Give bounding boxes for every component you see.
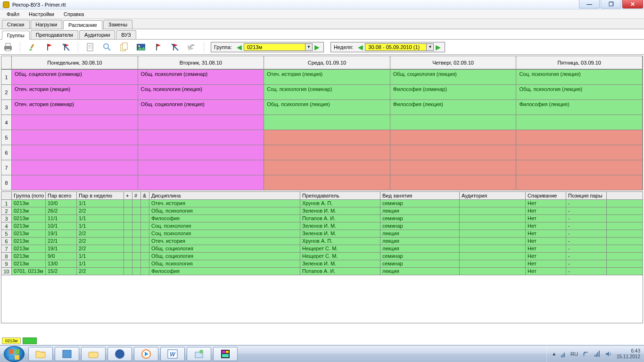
table-cell[interactable]	[124, 230, 132, 237]
next-week-button[interactable]: ▶	[434, 43, 443, 51]
table-cell[interactable]: -	[566, 260, 607, 267]
table-cell[interactable]: Нещерет С. М.	[300, 245, 380, 252]
table-cell[interactable]: Философия	[149, 268, 300, 275]
table-cell[interactable]	[460, 230, 526, 237]
table-cell[interactable]	[124, 260, 132, 267]
table-cell[interactable]	[132, 207, 141, 214]
table-cell[interactable]: Философия	[149, 215, 300, 222]
table-cell[interactable]: -	[566, 215, 607, 222]
table-cell[interactable]	[460, 207, 526, 214]
main-tab[interactable]: Замены	[103, 20, 132, 29]
schedule-cell[interactable]: Общ. социология (лекция)	[390, 69, 517, 84]
schedule-cell[interactable]	[264, 115, 390, 130]
network-icon[interactable]	[594, 351, 601, 357]
table-cell[interactable]: лекция	[380, 238, 460, 245]
main-tab[interactable]: Списки	[2, 20, 30, 29]
schedule-cell[interactable]	[138, 175, 264, 190]
column-header[interactable]: Группа (пото	[12, 192, 46, 199]
task-folder[interactable]	[81, 347, 106, 361]
table-cell[interactable]	[132, 215, 141, 222]
table-cell[interactable]: лекция	[380, 230, 460, 237]
table-cell[interactable]: 10/0	[46, 200, 77, 207]
table-cell[interactable]: 0213м	[12, 230, 46, 237]
table-cell[interactable]: семинар	[380, 222, 460, 230]
schedule-cell[interactable]: Философия (лекция)	[390, 99, 517, 115]
schedule-cell[interactable]	[264, 145, 390, 160]
flag-red2-icon[interactable]	[153, 42, 163, 52]
lang-indicator[interactable]: RU	[570, 351, 578, 357]
tray-up-icon[interactable]: ▲	[552, 351, 556, 356]
table-cell[interactable]: 13/0	[46, 260, 77, 267]
table-cell[interactable]: Хрунов А. П.	[300, 200, 380, 207]
table-cell[interactable]: Общ. социология	[149, 245, 300, 252]
week-dropdown-button[interactable]: ▼	[426, 43, 434, 51]
table-cell[interactable]	[460, 222, 526, 230]
table-cell[interactable]: Нет	[526, 222, 566, 230]
table-cell[interactable]: Нет	[526, 230, 566, 237]
task-config[interactable]	[187, 347, 211, 361]
main-tab[interactable]: Нагрузки	[31, 20, 63, 29]
close-button[interactable]: ✕	[622, 0, 643, 8]
schedule-cell[interactable]: Общ. социология (семинар)	[12, 69, 138, 84]
column-header[interactable]: Пар в неделю	[77, 192, 124, 199]
table-cell[interactable]	[132, 268, 141, 275]
table-cell[interactable]	[124, 200, 132, 207]
schedule-cell[interactable]	[516, 145, 643, 160]
schedule-cell[interactable]: Общ. психология (лекция)	[264, 99, 390, 115]
table-cell[interactable]	[141, 222, 149, 230]
column-header[interactable]: Дисциплина	[149, 192, 300, 199]
table-cell[interactable]: 19/1	[46, 245, 77, 252]
table-cell[interactable]	[460, 253, 526, 260]
table-cell[interactable]: -	[566, 268, 607, 275]
schedule-cell[interactable]: Философия (лекция)	[516, 99, 643, 115]
minimize-button[interactable]: —	[579, 0, 600, 8]
table-cell[interactable]: Нет	[526, 245, 566, 252]
table-cell[interactable]: лекция	[380, 207, 460, 214]
schedule-cell[interactable]	[138, 160, 264, 175]
table-cell[interactable]: 11/1	[46, 215, 77, 222]
task-explorer[interactable]	[28, 347, 53, 361]
column-header[interactable]: +	[124, 192, 132, 199]
table-cell[interactable]: 0213м	[12, 200, 46, 207]
table-cell[interactable]: 0213м	[12, 215, 46, 222]
table-cell[interactable]: 2/2	[77, 230, 124, 237]
table-cell[interactable]: Соц. психология	[149, 230, 300, 237]
schedule-cell[interactable]	[12, 160, 138, 175]
flag-crossed2-icon[interactable]	[170, 42, 180, 52]
prev-week-button[interactable]: ◀	[356, 43, 365, 51]
schedule-cell[interactable]: Соц. психология (лекция)	[516, 69, 643, 84]
table-cell[interactable]: Отеч. история	[149, 238, 300, 245]
table-cell[interactable]: Нет	[526, 260, 566, 267]
schedule-cell[interactable]: Отеч. история (лекция)	[264, 69, 390, 84]
table-cell[interactable]	[141, 207, 149, 214]
table-cell[interactable]: 1/1	[77, 222, 124, 230]
table-cell[interactable]: семинар	[380, 200, 460, 207]
table-cell[interactable]: 1/1	[77, 253, 124, 260]
schedule-cell[interactable]	[390, 115, 517, 130]
week-value[interactable]: 30.08 - 05.09.2010 (1)	[365, 43, 426, 51]
tray-clock[interactable]: 6:43 15.11.2012	[617, 348, 640, 360]
table-cell[interactable]: Соц. психология	[149, 222, 300, 230]
table-cell[interactable]: Общ. психология	[149, 260, 300, 267]
table-cell[interactable]: Общ. социология	[149, 253, 300, 260]
table-cell[interactable]: 2/2	[77, 238, 124, 245]
flag-crossed-icon[interactable]	[61, 42, 71, 52]
start-button[interactable]	[4, 346, 25, 362]
prev-group-button[interactable]: ◀	[235, 43, 244, 51]
column-header[interactable]: Спаривание	[526, 192, 566, 199]
table-cell[interactable]: 0213м	[12, 238, 46, 245]
table-cell[interactable]: Нет	[526, 215, 566, 222]
table-cell[interactable]: 0213м	[12, 245, 46, 252]
table-cell[interactable]	[141, 230, 149, 237]
table-cell[interactable]: 0213м	[12, 253, 46, 260]
sub-tab[interactable]: Аудитории	[79, 30, 115, 39]
schedule-cell[interactable]: Общ. социология (лекция)	[138, 99, 264, 115]
schedule-cell[interactable]	[12, 115, 138, 130]
table-cell[interactable]: -	[566, 207, 607, 214]
table-cell[interactable]: семинар	[380, 253, 460, 260]
table-cell[interactable]	[460, 245, 526, 252]
schedule-cell[interactable]	[12, 175, 138, 190]
table-cell[interactable]	[141, 260, 149, 267]
schedule-cell[interactable]: Соц. психология (семинар)	[264, 84, 390, 99]
table-cell[interactable]: семинар	[380, 215, 460, 222]
